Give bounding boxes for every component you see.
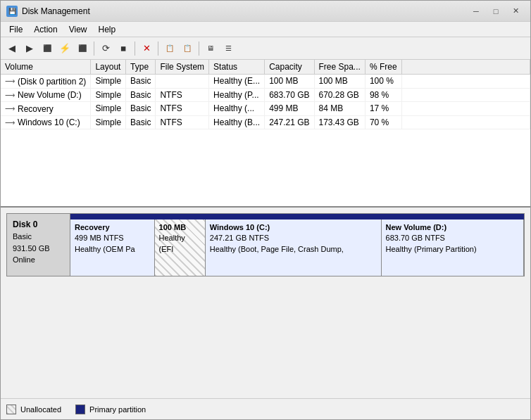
legend-unallocated: Unallocated [6,405,61,414]
status-bar: Unallocated Primary partition [1,398,530,419]
menu-bar: File Action View Help [1,22,530,37]
toolbar-btn7[interactable]: ◼ [115,40,132,57]
refresh-button[interactable]: ⟳ [97,40,114,57]
view2-button[interactable]: ☰ [220,40,237,57]
table-row[interactable]: ⟶ Windows 10 (C:)SimpleBasicNTFSHealthy … [1,115,530,129]
disk-row: Disk 0Basic931.50 GBOnlineRecovery499 MB… [6,213,525,276]
table-cell: NTFS [156,115,209,129]
cancel-button[interactable]: ✕ [138,40,155,57]
col-layout[interactable]: Layout [91,60,126,75]
partition-size: Healthy (EFI [159,233,201,255]
table-cell: 100 % [365,75,401,89]
close-button[interactable]: ✕ [506,4,525,18]
table-cell: Simple [91,88,126,102]
table-cell: 247.21 GB [265,115,314,129]
table-cell: ⟶ Recovery [1,102,91,116]
disk-area: Disk 0Basic931.50 GBOnlineRecovery499 MB… [1,208,530,398]
table-cell: Healthy (E... [209,75,265,89]
table-row[interactable]: ⟶ RecoverySimpleBasicNTFSHealthy (...499… [1,102,530,116]
legend-primary: Primary partition [75,405,146,414]
disk-name: Disk 0 [13,218,64,231]
back-button[interactable]: ◀ [4,40,20,57]
partition-health: Healthy (OEM Pa [75,244,150,255]
toolbar-sep3 [158,42,158,56]
partition-name: New Volume (D:) [386,222,519,233]
table-row[interactable]: ⟶ New Volume (D:)SimpleBasicNTFSHealthy … [1,88,530,102]
table-cell: ⟶ Windows 10 (C:) [1,115,91,129]
partitions-row: Recovery499 MB NTFSHealthy (OEM Pa100 MB… [70,219,524,276]
partition[interactable]: New Volume (D:)683.70 GB NTFSHealthy (Pr… [382,219,524,276]
col-volume[interactable]: Volume [1,60,91,75]
col-free[interactable]: Free Spa... [314,60,365,75]
partition[interactable]: Recovery499 MB NTFSHealthy (OEM Pa [70,219,155,276]
view1-button[interactable]: 🖥 [202,40,219,57]
partition-name: Windows 10 (C:) [210,222,377,233]
title-bar: 💾 Disk Management ─ □ ✕ [1,1,530,22]
volumes-table: Volume Layout Type File System Status Ca… [1,60,530,129]
table-cell: 70 % [365,115,401,129]
table-cell: Basic [126,75,156,89]
partition-size: 683.70 GB NTFS [386,233,519,243]
primary-icon [75,405,85,414]
title-bar-left: 💾 Disk Management [6,6,90,17]
table-row[interactable]: ⟶ (Disk 0 partition 2)SimpleBasicHealthy… [1,75,530,89]
table-cell: 670.28 GB [314,88,365,102]
table-cell [401,115,530,129]
window-title: Disk Management [22,6,90,16]
unallocated-icon [6,405,16,414]
partition-health: Healthy (Primary Partition) [386,244,519,255]
table-area: Volume Layout Type File System Status Ca… [1,60,530,208]
disk-label: Disk 0Basic931.50 GBOnline [7,214,70,276]
table-cell: 173.43 GB [314,115,365,129]
app-icon: 💾 [6,6,18,17]
table-cell [401,75,530,89]
primary-label: Primary partition [89,405,146,414]
col-capacity[interactable]: Capacity [265,60,314,75]
paste-button[interactable]: 📋 [179,40,196,57]
copy-button[interactable]: 📋 [161,40,178,57]
table-cell: Basic [126,115,156,129]
toolbar-btn5[interactable]: ⬛ [74,40,91,57]
partition[interactable]: 100 MBHealthy (EFI [155,219,206,276]
menu-file[interactable]: File [4,23,28,35]
col-status[interactable]: Status [209,60,265,75]
table-cell: ⟶ (Disk 0 partition 2) [1,75,91,89]
toolbar-sep4 [199,42,199,56]
partition-size: 499 MB NTFS [75,233,150,243]
table-cell: ⟶ New Volume (D:) [1,88,91,102]
menu-help[interactable]: Help [93,23,122,35]
maximize-button[interactable]: □ [487,4,505,18]
toolbar: ◀ ▶ ⬛ ⚡ ⬛ ⟳ ◼ ✕ 📋 📋 🖥 ☰ [1,37,530,60]
partition[interactable]: Windows 10 (C:)247.21 GB NTFSHealthy (Bo… [206,219,382,276]
minimize-button[interactable]: ─ [467,4,485,18]
menu-action[interactable]: Action [28,23,63,35]
table-cell: 84 MB [314,102,365,116]
disk-bar [70,214,524,219]
properties-button[interactable]: ⚡ [56,40,73,57]
forward-button[interactable]: ▶ [21,40,38,57]
partition-name: 100 MB [159,222,201,233]
main-window: 💾 Disk Management ─ □ ✕ File Action View… [0,0,531,420]
col-type[interactable]: Type [126,60,156,75]
disk-partitions: Recovery499 MB NTFSHealthy (OEM Pa100 MB… [70,214,524,276]
table-cell [401,88,530,102]
table-header-row: Volume Layout Type File System Status Ca… [1,60,530,75]
menu-view[interactable]: View [63,23,93,35]
col-pct[interactable]: % Free [365,60,401,75]
table-cell: 100 MB [314,75,365,89]
col-filesystem[interactable]: File System [156,60,209,75]
table-cell: Basic [126,102,156,116]
table-cell: Basic [126,88,156,102]
table-cell: Simple [91,75,126,89]
content-area: Volume Layout Type File System Status Ca… [1,60,530,398]
toolbar-btn3[interactable]: ⬛ [39,40,56,57]
table-cell: Healthy (... [209,102,265,116]
table-cell: Simple [91,115,126,129]
table-cell: 683.70 GB [265,88,314,102]
table-cell: 100 MB [265,75,314,89]
table-cell: Simple [91,102,126,116]
table-cell [156,75,209,89]
unallocated-label: Unallocated [20,405,61,414]
toolbar-sep1 [94,42,94,56]
toolbar-sep2 [135,42,135,56]
